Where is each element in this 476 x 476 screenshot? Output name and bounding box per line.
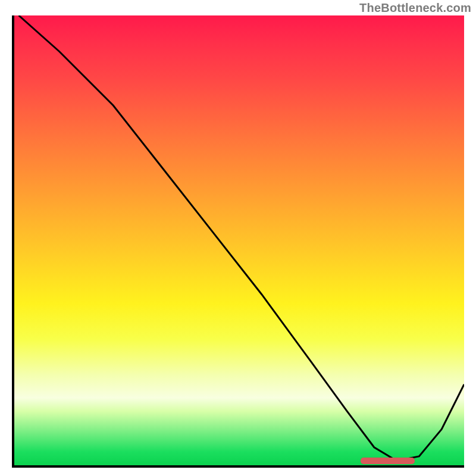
chart-container: TheBottleneck.com (0, 0, 476, 476)
curve-path (19, 15, 464, 461)
optimal-range-marker (361, 458, 415, 464)
bottleneck-curve (14, 15, 464, 465)
attribution-text: TheBottleneck.com (359, 1, 471, 15)
plot-area (12, 15, 464, 468)
